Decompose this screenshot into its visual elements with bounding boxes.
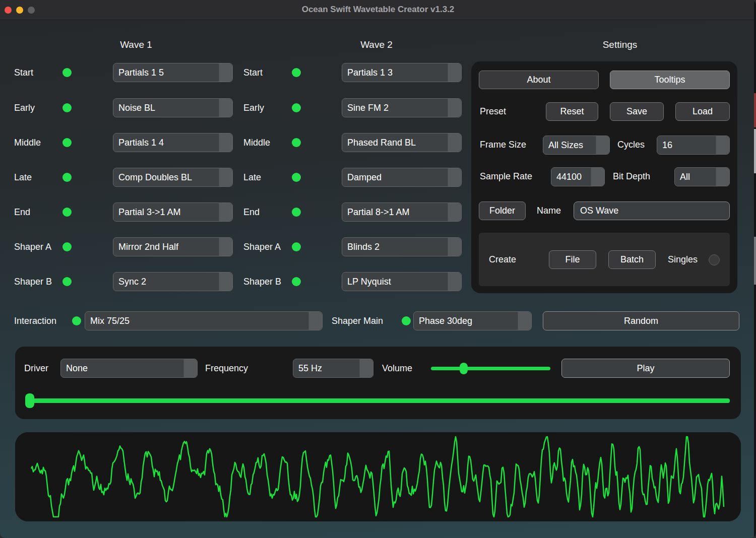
interaction-label: Interaction bbox=[14, 316, 68, 326]
bit-depth-dropdown[interactable]: All bbox=[674, 167, 730, 186]
row-label: End bbox=[14, 207, 58, 218]
preset-save-button[interactable]: Save bbox=[610, 102, 664, 121]
row-label: Late bbox=[243, 172, 288, 183]
enable-led[interactable] bbox=[62, 208, 72, 217]
dropdown-value: Noise BL bbox=[118, 103, 155, 113]
tooltips-toggle-button[interactable]: Tooltips bbox=[610, 71, 730, 89]
enable-led[interactable] bbox=[292, 242, 301, 251]
dropdown-value: All bbox=[680, 172, 690, 182]
wave2-late-dropdown[interactable]: Damped bbox=[342, 168, 462, 187]
singles-radio[interactable] bbox=[709, 254, 720, 265]
wave2-end-dropdown[interactable]: Partial 8->1 AM bbox=[342, 203, 462, 222]
dropdown-handle bbox=[308, 312, 322, 330]
random-button[interactable]: Random bbox=[543, 311, 739, 330]
random-label: Random bbox=[624, 316, 658, 326]
dropdown-handle bbox=[448, 273, 461, 291]
frequency-label: Frequency bbox=[205, 359, 248, 378]
settings-header: Settings bbox=[570, 39, 670, 50]
dropdown-handle bbox=[219, 168, 232, 186]
position-slider-thumb[interactable] bbox=[25, 393, 34, 408]
wave1-end-dropdown[interactable]: Partial 3->1 AM bbox=[113, 203, 233, 222]
position-slider[interactable] bbox=[25, 398, 730, 403]
dropdown-handle bbox=[448, 203, 461, 221]
enable-led[interactable] bbox=[292, 173, 301, 182]
enable-led[interactable] bbox=[62, 68, 72, 77]
wave2-row-late: Late bbox=[243, 168, 301, 187]
enable-led[interactable] bbox=[62, 242, 72, 251]
enable-led[interactable] bbox=[292, 68, 301, 77]
enable-led[interactable] bbox=[292, 277, 301, 286]
shaper-main-row: Shaper Main bbox=[332, 311, 411, 330]
dropdown-value: LP Nyquist bbox=[347, 277, 391, 287]
row-label: Late bbox=[14, 172, 58, 183]
tooltips-label: Tooltips bbox=[654, 75, 685, 85]
window-title: Ocean Swift Wavetable Creator v1.3.2 bbox=[0, 5, 756, 15]
wave1-row-early: Early bbox=[14, 98, 72, 117]
play-button[interactable]: Play bbox=[561, 359, 730, 378]
name-label: Name bbox=[537, 201, 561, 220]
sample-rate-dropdown[interactable]: 44100 bbox=[551, 167, 605, 186]
wave1-late-dropdown[interactable]: Comp Doubles BL bbox=[113, 168, 233, 187]
dropdown-handle bbox=[219, 99, 232, 117]
enable-led[interactable] bbox=[292, 138, 301, 147]
interaction-dropdown[interactable]: Mix 75/25 bbox=[85, 311, 323, 330]
waveform-canvas bbox=[15, 432, 741, 521]
enable-led[interactable] bbox=[62, 138, 72, 147]
wave1-shaper-b-dropdown[interactable]: Sync 2 bbox=[113, 272, 233, 291]
enable-led[interactable] bbox=[402, 316, 411, 325]
enable-led[interactable] bbox=[292, 208, 301, 217]
wave2-shaper-b-dropdown[interactable]: LP Nyquist bbox=[342, 272, 462, 291]
wave1-row-shaper-a: Shaper A bbox=[14, 237, 72, 256]
dropdown-value: Blinds 2 bbox=[347, 242, 380, 252]
about-button[interactable]: About bbox=[479, 71, 599, 89]
folder-button[interactable]: Folder bbox=[479, 201, 526, 220]
dropdown-handle bbox=[219, 238, 232, 256]
name-input[interactable] bbox=[574, 201, 730, 220]
create-batch-button[interactable]: Batch bbox=[608, 250, 656, 269]
dropdown-value: Partials 1 4 bbox=[118, 138, 164, 148]
frame-size-dropdown[interactable]: All Sizes bbox=[543, 136, 610, 155]
create-file-button[interactable]: File bbox=[549, 250, 596, 269]
preset-load-button[interactable]: Load bbox=[675, 102, 730, 121]
dropdown-value: 55 Hz bbox=[298, 363, 322, 374]
dropdown-handle bbox=[183, 359, 197, 377]
wave2-shaper-a-dropdown[interactable]: Blinds 2 bbox=[342, 237, 462, 256]
row-label: Start bbox=[14, 68, 58, 78]
driver-panel: Driver None Frequency 55 Hz Volume Play bbox=[15, 347, 741, 419]
singles-label: Singles bbox=[668, 250, 698, 269]
dropdown-value: All Sizes bbox=[548, 140, 583, 151]
volume-slider[interactable] bbox=[431, 367, 550, 370]
volume-slider-thumb[interactable] bbox=[460, 363, 468, 374]
dropdown-value: 16 bbox=[662, 140, 672, 151]
batch-label: Batch bbox=[620, 254, 644, 265]
frequency-dropdown[interactable]: 55 Hz bbox=[293, 359, 373, 378]
row-label: End bbox=[243, 207, 288, 218]
row-label: Middle bbox=[243, 138, 288, 148]
wave1-shaper-a-dropdown[interactable]: Mirror 2nd Half bbox=[113, 237, 233, 256]
create-label: Create bbox=[489, 250, 516, 269]
dropdown-value: Sync 2 bbox=[118, 277, 146, 287]
dropdown-handle bbox=[596, 136, 609, 154]
shaper-main-dropdown[interactable]: Phase 30deg bbox=[413, 311, 532, 330]
enable-led[interactable] bbox=[292, 103, 301, 112]
dropdown-value: Partials 1 5 bbox=[118, 68, 164, 78]
dropdown-handle bbox=[716, 168, 729, 186]
cycles-dropdown[interactable]: 16 bbox=[657, 136, 730, 155]
driver-dropdown[interactable]: None bbox=[60, 359, 198, 378]
wave1-start-dropdown[interactable]: Partials 1 5 bbox=[113, 63, 233, 82]
wave2-row-shaper-b: Shaper B bbox=[243, 272, 301, 291]
enable-led[interactable] bbox=[62, 103, 72, 112]
wave2-middle-dropdown[interactable]: Phased Rand BL bbox=[342, 133, 462, 152]
wave1-early-dropdown[interactable]: Noise BL bbox=[113, 98, 233, 117]
wave2-row-start: Start bbox=[243, 63, 301, 82]
wave1-middle-dropdown[interactable]: Partials 1 4 bbox=[113, 133, 233, 152]
dropdown-handle bbox=[448, 238, 461, 256]
wave2-start-dropdown[interactable]: Partials 1 3 bbox=[342, 63, 462, 82]
preset-label: Preset bbox=[480, 102, 506, 121]
play-label: Play bbox=[637, 363, 654, 374]
enable-led[interactable] bbox=[62, 277, 72, 286]
preset-reset-button[interactable]: Reset bbox=[546, 102, 598, 121]
enable-led[interactable] bbox=[72, 316, 81, 325]
wave2-early-dropdown[interactable]: Sine FM 2 bbox=[342, 98, 462, 117]
enable-led[interactable] bbox=[62, 173, 72, 182]
